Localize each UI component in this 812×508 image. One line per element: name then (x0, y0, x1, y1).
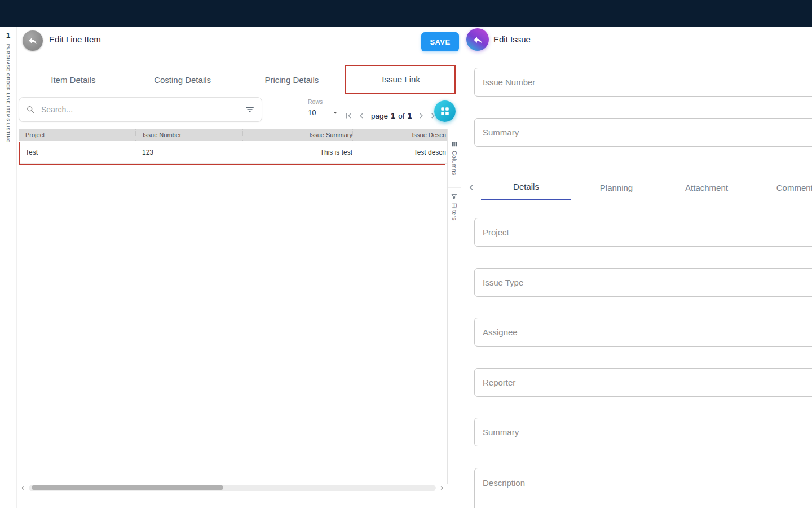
rows-per-page-control: Rows 10 (303, 98, 341, 119)
chevron-down-icon (331, 108, 339, 117)
summary-field[interactable]: Summary (474, 418, 812, 446)
filter-list-icon[interactable] (245, 104, 255, 115)
table-row[interactable]: Test 123 This is test Test descri (19, 141, 447, 164)
tabs-scroll-left-button[interactable] (461, 174, 481, 200)
table-side-tools: Columns Filters (448, 135, 461, 225)
line-item-panel: Edit Line Item SAVE Item Details Costing… (17, 27, 461, 508)
issue-number-label: Issue Number (483, 77, 535, 87)
issue-tabs: Details Planning Attachment Comments (461, 174, 812, 200)
filters-tool[interactable]: Filters (448, 187, 461, 226)
column-header-issue-summary[interactable]: Issue Summary (242, 129, 352, 141)
rows-value: 10 (308, 108, 316, 117)
issue-panel: Edit Issue Issue Number Summary Details … (461, 27, 812, 508)
cell-issue-description: Test descri (352, 148, 447, 156)
first-page-button[interactable] (342, 110, 355, 122)
rail-label: PURCHASE ORDER LINE ITEMS LISTING (6, 44, 11, 143)
table-header: Project Issue Number Issue Summary Issue… (19, 129, 447, 141)
issue-type-label: Issue Type (483, 278, 523, 287)
cell-project: Test (19, 148, 135, 156)
rows-per-page-select[interactable]: 10 (303, 107, 341, 119)
description-field[interactable]: Description (474, 468, 812, 508)
column-header-project[interactable]: Project (19, 132, 135, 138)
back-icon (28, 36, 38, 46)
column-header-issue-number[interactable]: Issue Number (135, 129, 242, 141)
scrollbar-track[interactable] (29, 485, 436, 491)
grid-icon (440, 106, 450, 116)
assignee-field[interactable]: Assignee (474, 318, 812, 347)
summary-label: Summary (483, 427, 519, 437)
top-navigation-bar (0, 0, 812, 27)
scrollbar-thumb[interactable] (32, 485, 223, 490)
tab-details[interactable]: Details (481, 174, 571, 200)
scroll-left-icon (19, 484, 27, 492)
scroll-left-button[interactable] (19, 484, 27, 492)
scroll-right-button[interactable] (438, 484, 446, 492)
page-indicator: page 1 of 1 (371, 111, 412, 120)
columns-tool-label: Columns (451, 151, 458, 176)
search-box[interactable] (19, 97, 262, 122)
cell-issue-number: 123 (135, 148, 242, 156)
chevron-left-icon (466, 182, 477, 193)
columns-tool[interactable]: Columns (451, 135, 458, 181)
back-icon (473, 34, 483, 45)
filter-funnel-icon (451, 193, 458, 200)
description-label: Description (483, 478, 525, 488)
pagination: page 1 of 1 (342, 106, 440, 126)
reporter-field[interactable]: Reporter (474, 368, 812, 397)
summary-top-label: Summary (483, 128, 519, 137)
grid-view-button[interactable] (434, 100, 456, 122)
issue-back-button[interactable] (466, 28, 489, 51)
page-title: Edit Line Item (49, 34, 101, 44)
cell-issue-summary: This is test (242, 148, 352, 156)
chevron-left-icon (356, 111, 367, 121)
summary-field-top[interactable]: Summary (474, 118, 812, 147)
issue-type-field[interactable]: Issue Type (474, 268, 812, 297)
issue-number-field[interactable]: Issue Number (474, 68, 812, 97)
search-input[interactable] (40, 104, 240, 115)
search-icon (26, 105, 36, 115)
tab-costing-details[interactable]: Costing Details (128, 65, 237, 94)
rows-label: Rows (308, 98, 341, 105)
next-page-button[interactable] (415, 110, 427, 122)
issue-page-title: Edit Issue (493, 34, 531, 44)
rail-index: 1 (6, 27, 10, 40)
project-field[interactable]: Project (474, 218, 812, 247)
total-pages: 1 (407, 111, 412, 120)
current-page: 1 (391, 111, 395, 120)
back-button[interactable] (23, 30, 43, 51)
save-button[interactable]: SAVE (421, 32, 459, 51)
chevron-right-icon (416, 111, 426, 121)
tab-comments[interactable]: Comments (752, 174, 812, 200)
previous-page-button[interactable] (355, 110, 368, 122)
app-screen: 1 PURCHASE ORDER LINE ITEMS LISTING Edit… (0, 0, 812, 508)
tab-pricing-details[interactable]: Pricing Details (237, 65, 347, 94)
column-header-issue-description[interactable]: Issue Descri (352, 129, 447, 141)
line-item-tabs: Item Details Costing Details Pricing Det… (19, 65, 456, 94)
tab-item-details[interactable]: Item Details (19, 65, 128, 94)
page-word: page (371, 112, 388, 120)
tab-attachment[interactable]: Attachment (661, 174, 752, 200)
project-label: Project (483, 227, 509, 237)
horizontal-scrollbar[interactable] (19, 484, 446, 492)
reporter-label: Reporter (483, 378, 515, 387)
left-rail: 1 PURCHASE ORDER LINE ITEMS LISTING (0, 27, 17, 508)
tab-issue-link[interactable]: Issue Link (346, 65, 456, 94)
first-page-icon (343, 111, 354, 121)
filters-tool-label: Filters (451, 203, 458, 221)
of-word: of (398, 112, 404, 120)
assignee-label: Assignee (483, 327, 518, 337)
tab-planning[interactable]: Planning (571, 174, 661, 200)
scroll-right-icon (438, 484, 445, 492)
columns-icon (451, 141, 458, 148)
